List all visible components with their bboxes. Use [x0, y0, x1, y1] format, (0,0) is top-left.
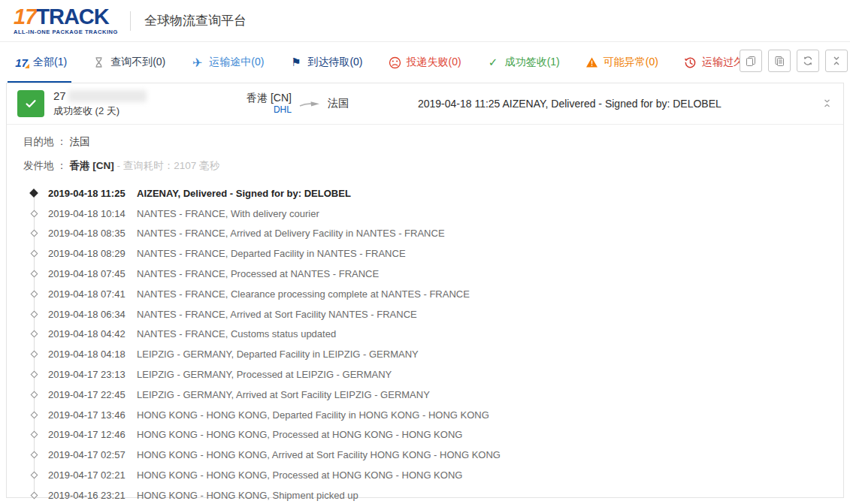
event-description: HONG KONG - HONG KONG, Shipment picked u… [137, 490, 358, 501]
timeline-diamond-icon [29, 352, 38, 357]
event-description: NANTES - FRANCE, Customs status updated [137, 328, 336, 340]
latest-event-text: 2019-04-18 11:25 AIZENAY, Delivered - Si… [418, 98, 721, 110]
tab-delivery-failed[interactable]: 投递失败(0) [389, 42, 461, 83]
site-header: 17TRACK ALL-IN-ONE PACKAGE TRACKING 全球物流… [0, 0, 850, 42]
timeline-event-row: 2019-04-17 02:57 HONG KONG - HONG KONG, … [7, 445, 843, 465]
timeline-diamond-icon [29, 331, 38, 337]
event-description: HONG KONG - HONG KONG, Processed at HONG… [137, 469, 462, 481]
seventeen-logo-icon: 17 [15, 56, 28, 69]
timeline-event-row: 2019-04-17 23:13 LEIPZIG - GERMANY, Proc… [7, 364, 843, 385]
tracking-number[interactable]: 27 [53, 89, 207, 103]
airplane-icon: ✈ [191, 56, 204, 69]
warning-triangle-icon [585, 56, 598, 69]
event-time: 2019-04-17 13:46 [48, 409, 132, 421]
timeline-event-row: 2019-04-17 13:46 HONG KONG - HONG KONG, … [7, 405, 843, 425]
tab-all-label: 全部(1) [33, 56, 67, 69]
origin-country: 香港 [CN] [247, 92, 292, 105]
event-description: NANTES - FRANCE, Clearance processing co… [137, 288, 470, 300]
event-time: 2019-04-18 11:25 [48, 188, 132, 199]
event-time: 2019-04-18 06:34 [48, 309, 132, 320]
copy-content-button[interactable] [768, 50, 791, 72]
event-time: 2019-04-18 04:18 [48, 349, 132, 360]
refresh-button[interactable] [797, 50, 819, 72]
timeline-event-row: 2019-04-18 08:29 NANTES - FRANCE, Depart… [7, 243, 843, 264]
timeline-diamond-icon [29, 392, 38, 397]
event-description: HONG KONG - HONG KONG, Departed Facility… [137, 409, 489, 421]
event-time: 2019-04-16 23:21 [48, 490, 132, 501]
tracking-number-visible: 27 [53, 89, 66, 103]
flag-icon: ⚑ [289, 56, 302, 69]
tab-pickup[interactable]: ⚑ 到达待取(0) [289, 42, 362, 83]
hourglass-icon [92, 56, 105, 69]
event-description: AIZENAY, Delivered - Signed for by: DELO… [137, 188, 351, 199]
collapse-all-button[interactable] [825, 50, 848, 72]
logo-track-text: TRACK [36, 5, 109, 29]
timeline-diamond-icon [29, 432, 38, 437]
tab-in-transit[interactable]: ✈ 运输途中(0) [191, 42, 264, 83]
tab-alert-label: 可能异常(0) [603, 56, 658, 69]
site-title: 全球物流查询平台 [144, 12, 247, 29]
route-block: 香港 [CN] DHL 法国 [247, 92, 349, 116]
carrier-link[interactable]: DHL [247, 104, 292, 116]
tracking-card-header[interactable]: 27 成功签收 (2 天) 香港 [CN] DHL 法国 2019-04-18 … [7, 83, 843, 125]
route-origin: 香港 [CN] DHL [247, 92, 292, 116]
timeline-event-row: 2019-04-17 02:21 HONG KONG - HONG KONG, … [7, 465, 843, 485]
tab-alert[interactable]: 可能异常(0) [585, 42, 658, 83]
tracking-timeline: 2019-04-18 11:25 AIZENAY, Delivered - Si… [7, 183, 843, 504]
timeline-diamond-icon [29, 271, 38, 276]
tab-not-found[interactable]: 查询不到(0) [92, 42, 165, 83]
tab-delivery-failed-label: 投递失败(0) [407, 56, 461, 69]
timeline-event-row: 2019-04-16 23:21 HONG KONG - HONG KONG, … [7, 485, 843, 504]
event-time: 2019-04-18 08:29 [48, 248, 132, 259]
tab-pickup-label: 到达待取(0) [307, 56, 362, 69]
timeline-event-row: 2019-04-17 22:45 LEIPZIG - GERMANY, Arri… [7, 385, 843, 405]
timeline-event-row: 2019-04-18 04:18 LEIPZIG - GERMANY, Depa… [7, 344, 843, 364]
timeline-event-row: 2019-04-18 04:42 NANTES - FRANCE, Custom… [7, 324, 843, 345]
logo-tagline: ALL-IN-ONE PACKAGE TRACKING [14, 29, 118, 35]
event-time: 2019-04-17 12:46 [48, 429, 132, 440]
origin-label: 发件地 ： [23, 160, 67, 171]
event-description: NANTES - FRANCE, Processed at NANTES - F… [137, 268, 379, 279]
tab-all[interactable]: 17 全部(1) [15, 42, 67, 83]
event-time: 2019-04-17 02:57 [48, 449, 132, 460]
destination-row: 目的地 ： 法国 [23, 135, 843, 149]
timeline-event-row: 2019-04-18 07:45 NANTES - FRANCE, Proces… [7, 264, 843, 284]
timeline-event-row: 2019-04-18 07:41 NANTES - FRANCE, Cleara… [7, 284, 843, 304]
frown-face-icon [389, 56, 401, 69]
route-arrow-icon [299, 99, 320, 108]
event-description: LEIPZIG - GERMANY, Departed Facility in … [137, 349, 419, 360]
timeline-diamond-icon [29, 312, 38, 317]
event-description: LEIPZIG - GERMANY, Arrived at Sort Facil… [137, 389, 430, 400]
event-time: 2019-04-18 07:41 [48, 288, 132, 300]
timeline-event-row: 2019-04-18 11:25 AIZENAY, Delivered - Si… [7, 183, 843, 204]
delivered-status-icon [17, 90, 44, 117]
event-description: NANTES - FRANCE, With delivery courier [137, 208, 319, 219]
card-collapse-icon[interactable] [823, 98, 831, 108]
event-description: HONG KONG - HONG KONG, Processed at HONG… [137, 429, 462, 440]
event-description: NANTES - FRANCE, Arrived at Delivery Fac… [137, 228, 445, 239]
tab-delivered-label: 成功签收(1) [505, 56, 560, 69]
header-divider [130, 11, 131, 31]
timeline-event-row: 2019-04-17 12:46 HONG KONG - HONG KONG, … [7, 425, 843, 445]
seventeen-track-logo[interactable]: 17TRACK ALL-IN-ONE PACKAGE TRACKING [14, 6, 118, 35]
copy-button[interactable] [740, 50, 762, 72]
checkmark-icon: ✓ [487, 56, 500, 69]
refresh-icon [802, 55, 814, 67]
logo-17-text: 17 [14, 5, 36, 29]
tab-not-found-label: 查询不到(0) [110, 56, 165, 69]
event-time: 2019-04-17 02:21 [48, 469, 132, 481]
timeline-diamond-icon [29, 231, 38, 236]
origin-value: 香港 [CN] [70, 160, 114, 171]
tracking-result-card: 27 成功签收 (2 天) 香港 [CN] DHL 法国 2019-04-18 … [6, 83, 844, 498]
status-tabbar: 17 全部(1) 查询不到(0) ✈ 运输途中(0) ⚑ 到达待取(0) 投递失… [0, 42, 850, 83]
event-time: 2019-04-18 07:45 [48, 268, 132, 279]
destination-value: 法国 [70, 136, 90, 147]
tab-delivered[interactable]: ✓ 成功签收(1) [487, 42, 560, 83]
event-time: 2019-04-18 08:35 [48, 228, 132, 239]
delivery-summary: 成功签收 (2 天) [53, 104, 207, 118]
timeline-diamond-icon [29, 190, 38, 196]
status-tabs: 17 全部(1) 查询不到(0) ✈ 运输途中(0) ⚑ 到达待取(0) 投递失… [0, 42, 757, 83]
timeline-diamond-icon [29, 412, 38, 418]
event-description: NANTES - FRANCE, Arrived at Sort Facilit… [137, 309, 417, 320]
results-toolbar [740, 50, 848, 72]
